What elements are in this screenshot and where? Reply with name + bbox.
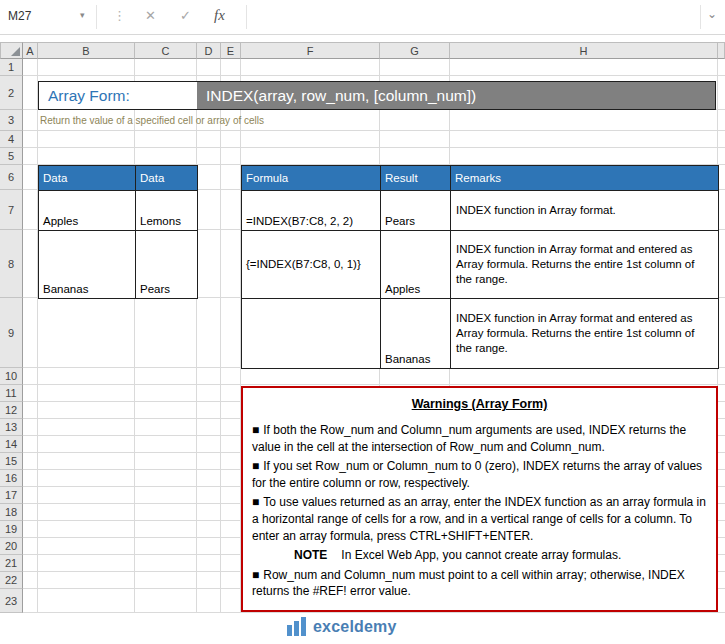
column-header-B[interactable]: B [38, 42, 135, 59]
drag-dots-icon: ⋮ [113, 8, 126, 23]
exceldemy-watermark: exceldemy [287, 617, 397, 636]
row-header-21[interactable]: 21 [0, 555, 23, 572]
cell-f7[interactable]: =INDEX(B7:C8, 2, 2) [242, 191, 381, 231]
gridline [23, 130, 725, 131]
warning-item: ■If both the Row_num and Column_num argu… [252, 422, 707, 455]
cell-f6[interactable]: Formula [242, 166, 381, 191]
cell-h7[interactable]: INDEX function in Array format. [451, 191, 719, 231]
banner-syntax-cell[interactable]: INDEX(array, row_num, [column_num]) [197, 82, 715, 109]
cell-c6[interactable]: Data [136, 166, 198, 191]
warning-item: ■Row_num and Column_num must point to a … [252, 567, 707, 600]
cell-g7[interactable]: Pears [381, 191, 451, 231]
warning-note: NOTEIn Excel Web App, you cannot create … [294, 547, 707, 564]
row-header-16[interactable]: 16 [0, 470, 23, 487]
row-header-6[interactable]: 6 [0, 165, 23, 190]
gridline [23, 384, 725, 385]
row-header-2[interactable]: 2 [0, 76, 23, 110]
row-header-8[interactable]: 8 [0, 230, 23, 298]
divider [700, 5, 701, 29]
select-all-triangle-icon [11, 47, 20, 56]
column-header-G[interactable]: G [380, 42, 450, 59]
insert-function-button[interactable]: fx [214, 7, 225, 24]
formula-bar-expand-icon[interactable]: ⌄ [707, 7, 717, 21]
cell-b6[interactable]: Data [39, 166, 136, 191]
divider [246, 5, 247, 29]
row-header-3[interactable]: 3 [0, 110, 23, 131]
select-all-corner[interactable] [0, 42, 23, 59]
bullet-icon: ■ [252, 459, 259, 473]
warning-item: ■To use values returned as an array, ent… [252, 494, 707, 544]
row-header-13[interactable]: 13 [0, 419, 23, 436]
table-row: Bananas INDEX function in Array format a… [242, 299, 719, 369]
row-header-15[interactable]: 15 [0, 453, 23, 470]
column-header-A[interactable]: A [23, 42, 38, 59]
warning-text: To use values returned as an array, ente… [252, 495, 706, 542]
name-box[interactable]: M27 [8, 9, 31, 23]
divider [96, 5, 97, 29]
bullet-icon: ■ [252, 495, 259, 509]
cell-b8[interactable]: Bananas [39, 231, 136, 299]
row-header-14[interactable]: 14 [0, 436, 23, 453]
function-description: Return the value of a specified cell or … [40, 115, 264, 126]
warnings-title: Warnings (Array Form) [252, 396, 707, 413]
column-header-H[interactable]: H [450, 42, 718, 59]
row-header-17[interactable]: 17 [0, 487, 23, 504]
chevron-down-icon[interactable]: ▾ [80, 10, 85, 20]
row-header-18[interactable]: 18 [0, 504, 23, 521]
cell-b7[interactable]: Apples [39, 191, 136, 231]
warnings-box: Warnings (Array Form) ■If both the Row_n… [241, 386, 718, 612]
cell-g9[interactable]: Bananas [381, 299, 451, 369]
warning-text: If both the Row_num and Column_num argum… [252, 423, 686, 454]
cell-h9[interactable]: INDEX function in Array format and enter… [451, 299, 719, 369]
table-row: Formula Result Remarks [242, 166, 719, 191]
formula-input[interactable] [248, 0, 700, 34]
row-header-10[interactable]: 10 [0, 368, 23, 385]
row-header-9[interactable]: 9 [0, 298, 23, 368]
warning-text: If you set Row_num or Column_num to 0 (z… [252, 459, 702, 490]
row-header-4[interactable]: 4 [0, 131, 23, 148]
cell-g6[interactable]: Result [381, 166, 451, 191]
row-header-12[interactable]: 12 [0, 402, 23, 419]
watermark-text: exceldemy [313, 618, 397, 636]
row-header-20[interactable]: 20 [0, 538, 23, 555]
row-header-1[interactable]: 1 [0, 59, 23, 76]
row-header-11[interactable]: 11 [0, 385, 23, 402]
gridline [37, 59, 38, 613]
data-table: Data Data Apples Lemons Bananas Pears [38, 165, 198, 299]
column-header-C[interactable]: C [135, 42, 197, 59]
row-header-22[interactable]: 22 [0, 572, 23, 589]
warning-item: ■If you set Row_num or Column_num to 0 (… [252, 458, 707, 491]
cell-h6[interactable]: Remarks [451, 166, 719, 191]
row-header-19[interactable]: 19 [0, 521, 23, 538]
cell-c8[interactable]: Pears [136, 231, 198, 299]
formula-table: Formula Result Remarks =INDEX(B7:C8, 2, … [241, 165, 719, 369]
column-header-E[interactable]: E [221, 42, 241, 59]
note-label: NOTE [294, 548, 327, 562]
column-header-overflow[interactable] [718, 42, 725, 59]
enter-button[interactable]: ✓ [180, 8, 191, 23]
warning-text: Row_num and Column_num must point to a c… [252, 568, 685, 599]
gridline [220, 59, 221, 613]
table-row: Data Data [39, 166, 198, 191]
cell-f8[interactable]: {=INDEX(B7:C8, 0, 1)} [242, 231, 381, 299]
row-header-7[interactable]: 7 [0, 190, 23, 230]
column-header-F[interactable]: F [241, 42, 380, 59]
bullet-icon: ■ [252, 568, 259, 582]
gridline [196, 59, 197, 613]
cancel-button[interactable]: ✕ [145, 8, 156, 23]
cell-c7[interactable]: Lemons [136, 191, 198, 231]
cell-f9[interactable] [242, 299, 381, 369]
cell-h8[interactable]: INDEX function in Array format and enter… [451, 231, 719, 299]
banner-label-cell[interactable]: Array Form: [39, 82, 197, 109]
table-row: {=INDEX(B7:C8, 0, 1)} Apples INDEX funct… [242, 231, 719, 299]
table-row: Apples Lemons [39, 191, 198, 231]
table-row: Bananas Pears [39, 231, 198, 299]
gridline [23, 75, 725, 76]
row-header-5[interactable]: 5 [0, 148, 23, 165]
formula-bar: M27 ▾ ⋮ ✕ ✓ fx ⌄ [0, 0, 725, 35]
cell-g8[interactable]: Apples [381, 231, 451, 299]
gridline [23, 612, 725, 613]
row-header-23[interactable]: 23 [0, 589, 23, 613]
column-header-D[interactable]: D [197, 42, 221, 59]
gridline [23, 147, 725, 148]
